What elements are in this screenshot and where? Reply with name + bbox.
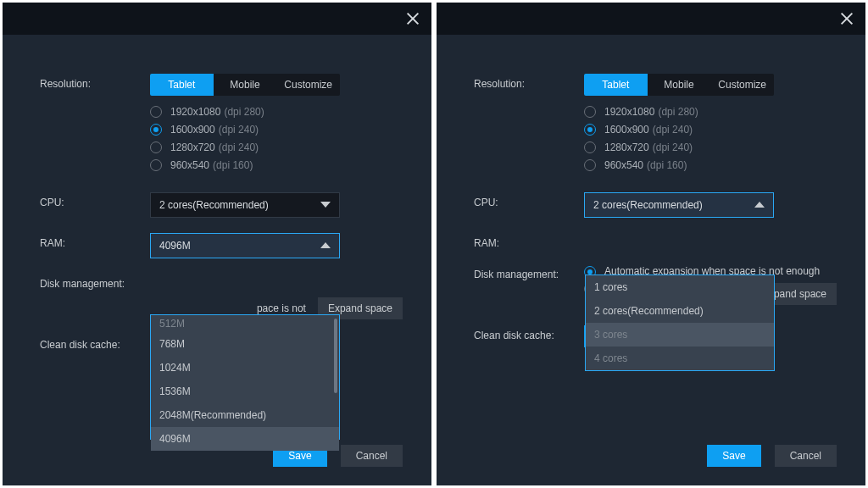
radio-icon [584,106,596,118]
footer-buttons: Save Cancel [707,445,837,467]
resolution-tabs: Tablet Mobile Customize [150,74,340,96]
resolution-option[interactable]: 1920x1080(dpi 280) [150,106,403,118]
resolution-option[interactable]: 1600x900(dpi 240) [584,124,837,136]
tab-tablet[interactable]: Tablet [150,74,214,96]
tab-customize[interactable]: Customize [276,74,340,96]
cpu-dropdown: 1 cores 2 cores(Recommended) 3 cores 4 c… [585,274,775,371]
radio-icon [584,141,596,153]
cpu-option[interactable]: 4 cores [586,347,774,370]
ram-option[interactable]: 1536M [151,380,339,403]
ram-select[interactable]: 4096M [150,233,340,258]
close-icon[interactable] [840,12,854,25]
cancel-button[interactable]: Cancel [775,445,837,467]
save-button[interactable]: Save [707,445,760,467]
ram-dropdown: 512M 768M 1024M 1536M 2048M(Recommended)… [150,314,340,440]
resolution-tabs: Tablet Mobile Customize [584,74,774,96]
chevron-up-icon [320,242,331,249]
label-cpu: CPU: [40,192,150,218]
resolution-options: 1920x1080(dpi 280) 1600x900(dpi 240) 128… [150,106,403,171]
radio-icon [150,106,162,118]
cpu-option[interactable]: 1 cores [586,275,774,299]
ram-option[interactable]: 512M [151,315,339,332]
tab-customize[interactable]: Customize [710,74,774,96]
chevron-up-icon [754,202,765,208]
settings-window-right: Resolution: Tablet Mobile Customize 1920… [437,3,865,485]
radio-icon [150,159,162,171]
cpu-select[interactable]: 2 cores(Recommended) [584,192,774,218]
label-ram: RAM: [474,233,584,249]
resolution-option[interactable]: 1600x900(dpi 240) [150,124,403,136]
cancel-button[interactable]: Cancel [341,445,403,467]
label-resolution: Resolution: [40,74,150,177]
resolution-options: 1920x1080(dpi 280) 1600x900(dpi 240) 128… [584,106,837,171]
radio-icon [150,141,162,153]
ram-option[interactable]: 2048M(Recommended) [151,403,339,427]
tab-tablet[interactable]: Tablet [584,74,648,96]
label-cpu: CPU: [474,192,584,218]
scrollbar-thumb[interactable] [334,319,337,393]
ram-option[interactable]: 4096M [151,427,339,451]
resolution-option[interactable]: 1280x720(dpi 240) [150,141,403,153]
resolution-option[interactable]: 1280x720(dpi 240) [584,141,837,153]
panel-body: Resolution: Tablet Mobile Customize 1920… [3,35,431,485]
resolution-option[interactable]: 960x540(dpi 160) [150,159,403,171]
radio-icon [150,124,162,136]
radio-icon [584,159,596,171]
settings-window-left: Resolution: Tablet Mobile Customize 1920… [3,3,431,485]
titlebar [3,3,431,35]
label-disk: Disk management: [474,264,584,310]
cpu-option[interactable]: 3 cores [586,323,774,347]
cpu-option[interactable]: 2 cores(Recommended) [586,299,774,323]
cpu-select[interactable]: 2 cores(Recommended) [150,192,340,218]
ram-option[interactable]: 1024M [151,356,339,380]
resolution-option[interactable]: 1920x1080(dpi 280) [584,106,837,118]
label-clean: Clean disk cache: [474,325,584,347]
close-icon[interactable] [406,12,420,25]
panel-body: Resolution: Tablet Mobile Customize 1920… [437,35,865,485]
disk-auto-partial: pace is not [150,302,311,314]
label-clean: Clean disk cache: [40,335,150,357]
tab-mobile[interactable]: Mobile [214,74,277,96]
label-ram: RAM: [40,233,150,258]
titlebar [437,3,865,35]
ram-option[interactable]: 768M [151,332,339,356]
label-disk: Disk management: [40,274,150,319]
radio-icon [584,124,596,136]
tab-mobile[interactable]: Mobile [648,74,711,96]
resolution-option[interactable]: 960x540(dpi 160) [584,159,837,171]
chevron-down-icon [320,202,331,208]
label-resolution: Resolution: [474,74,584,177]
